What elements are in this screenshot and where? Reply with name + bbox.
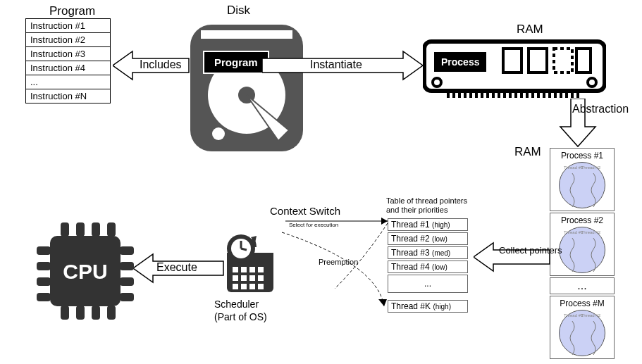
svg-rect-64 <box>61 222 69 237</box>
svg-rect-19 <box>475 91 478 98</box>
instruction-cell: Instruction #N <box>26 89 111 103</box>
thread-row: ... <box>388 275 468 293</box>
thread-row: Thread #K (high) <box>388 300 468 313</box>
thread-row: Thread #3 (med) <box>388 246 468 259</box>
svg-rect-24 <box>503 91 506 98</box>
instruction-cell: Instruction #3 <box>26 47 111 61</box>
disk-label: Disk <box>227 4 250 18</box>
svg-rect-73 <box>37 262 51 270</box>
process-chip: Process <box>433 51 488 73</box>
instruction-cell: ... <box>26 75 111 89</box>
svg-rect-56 <box>258 284 264 289</box>
preemption-arc <box>278 222 398 316</box>
svg-rect-51 <box>249 275 255 281</box>
svg-rect-48 <box>258 267 264 272</box>
svg-rect-35 <box>565 91 568 98</box>
thread-row: Thread #2 (low) <box>388 232 468 245</box>
svg-line-60 <box>241 249 247 250</box>
instantiate-label: Instantiate <box>310 58 362 71</box>
svg-rect-76 <box>120 246 134 255</box>
collect-text: Collect pointers <box>499 245 562 256</box>
process-box: Process #1 Thread #1 Thread #2 <box>550 148 615 211</box>
svg-rect-77 <box>120 262 134 270</box>
process-title: Process #M <box>553 299 611 308</box>
scheduler-label-1: Scheduler <box>214 299 259 310</box>
svg-rect-20 <box>481 91 483 98</box>
process-box: ... <box>550 277 615 294</box>
svg-rect-70 <box>92 306 100 320</box>
svg-rect-30 <box>537 91 540 98</box>
svg-rect-74 <box>37 277 51 286</box>
process-box: Process #M Thread #1 Thread #2 <box>550 296 615 359</box>
instruction-table: Instruction #1Instruction #2Instruction … <box>25 18 111 103</box>
svg-rect-29 <box>531 91 534 98</box>
instruction-cell: Instruction #4 <box>26 61 111 75</box>
svg-rect-34 <box>560 91 562 98</box>
svg-rect-22 <box>492 91 495 98</box>
svg-rect-23 <box>498 91 500 98</box>
svg-marker-42 <box>378 299 387 306</box>
svg-rect-49 <box>233 275 238 281</box>
svg-rect-21 <box>486 91 489 98</box>
svg-rect-79 <box>120 293 134 301</box>
ram-label-top: RAM <box>517 23 543 37</box>
scheduler-icon <box>218 229 282 302</box>
svg-rect-17 <box>464 91 467 98</box>
svg-rect-10 <box>503 49 521 73</box>
preemption-label: Preemption <box>319 258 358 266</box>
process-circle: Thread #1 Thread #2 <box>559 162 605 208</box>
svg-rect-15 <box>452 91 455 98</box>
svg-rect-65 <box>76 222 85 237</box>
svg-rect-16 <box>458 91 461 98</box>
instruction-cell: Instruction #1 <box>26 19 111 33</box>
svg-rect-55 <box>249 284 255 289</box>
process-circle: Thread #1 Thread #2 <box>559 310 605 356</box>
program-chip: Program <box>203 51 269 74</box>
program-header: Program <box>49 4 95 18</box>
process-title: Process #1 <box>553 151 611 161</box>
svg-point-8 <box>433 78 441 87</box>
svg-rect-31 <box>543 91 545 98</box>
svg-rect-71 <box>107 306 116 320</box>
process-circle: Thread #1 Thread #2 <box>559 227 605 273</box>
process-box: Process #2 Thread #1 Thread #2 <box>550 213 615 276</box>
svg-rect-46 <box>241 267 247 272</box>
svg-rect-52 <box>258 275 264 281</box>
ram-label-bottom: RAM <box>514 145 541 159</box>
thread-row: Thread #4 (low) <box>388 261 468 273</box>
collect-label: Collect pointers <box>499 245 562 256</box>
svg-rect-33 <box>554 91 557 98</box>
includes-label: Includes <box>140 58 182 71</box>
execute-label: Execute <box>156 261 197 274</box>
svg-rect-12 <box>554 49 572 73</box>
svg-rect-75 <box>37 293 51 301</box>
thread-table-caption: Table of thread pointers and their prior… <box>386 196 478 215</box>
svg-rect-47 <box>249 267 255 272</box>
svg-rect-13 <box>576 49 591 73</box>
svg-rect-25 <box>509 91 512 98</box>
disk-icon <box>180 18 314 161</box>
cpu-icon: CPU <box>25 211 145 334</box>
svg-rect-28 <box>526 91 529 98</box>
svg-rect-50 <box>241 275 247 281</box>
svg-point-3 <box>212 127 225 140</box>
svg-rect-18 <box>469 91 472 98</box>
svg-rect-36 <box>571 91 574 98</box>
svg-rect-27 <box>520 91 523 98</box>
svg-point-9 <box>588 78 596 87</box>
svg-rect-4 <box>201 30 292 39</box>
svg-rect-37 <box>576 91 579 98</box>
svg-rect-45 <box>233 267 238 272</box>
svg-rect-14 <box>447 91 450 98</box>
svg-rect-72 <box>37 246 51 255</box>
svg-rect-68 <box>61 306 69 320</box>
svg-rect-78 <box>120 277 134 286</box>
svg-rect-11 <box>529 49 547 73</box>
svg-rect-67 <box>107 222 116 237</box>
svg-rect-32 <box>548 91 551 98</box>
svg-rect-53 <box>233 284 238 289</box>
svg-rect-66 <box>92 222 100 237</box>
thread-row: Thread #1 (high) <box>388 218 468 231</box>
process-title: Process #2 <box>553 215 611 225</box>
svg-rect-69 <box>76 306 85 320</box>
